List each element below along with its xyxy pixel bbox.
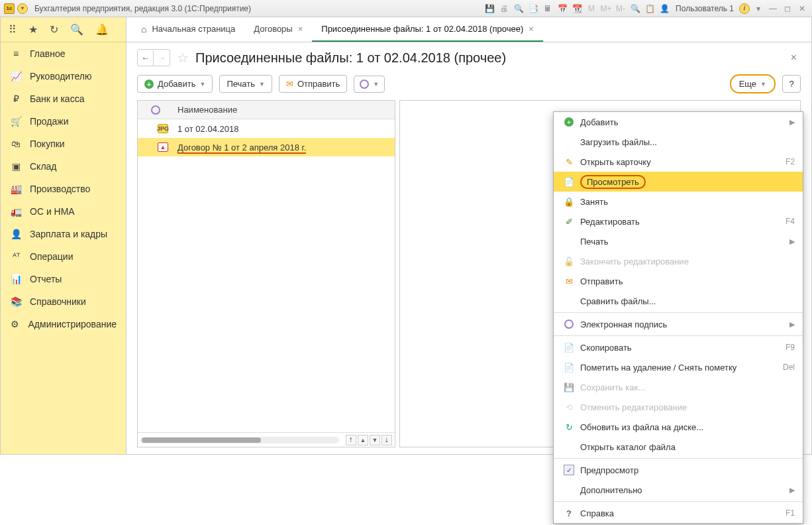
sidebar-item-6[interactable]: 🏭Производство <box>1 178 126 200</box>
tab-1[interactable]: Присоединенные файлы: 1 от 02.04.2018 (п… <box>312 17 543 42</box>
sidebar-label: Покупки <box>30 139 65 149</box>
search-icon[interactable]: 🔍 <box>70 23 83 36</box>
date-icon[interactable]: 📆 <box>571 3 583 15</box>
sidebar-item-0[interactable]: ≡Главное <box>1 42 126 65</box>
page-title: Присоединенные файлы: 1 от 02.04.2018 (п… <box>195 50 506 66</box>
menu-item-пометить-на-удаление-снять-пом[interactable]: 📄Пометить на удаление / Снять пометкуDel <box>554 357 803 377</box>
menu-icon: 📄 <box>562 343 576 353</box>
scroll-bottom-icon[interactable]: ⤓ <box>381 435 392 445</box>
calendar-icon[interactable]: 📅 <box>556 3 568 15</box>
help-button[interactable]: ? <box>782 75 801 93</box>
sidebar-label: Склад <box>30 161 57 172</box>
apps-icon[interactable]: ⠿ <box>9 23 17 36</box>
calc-icon[interactable]: 🖩 <box>542 3 554 15</box>
menu-item-открыть-карточку[interactable]: ✎Открыть карточкуF2 <box>554 152 803 172</box>
menu-icon <box>562 320 576 329</box>
scroll-top-icon[interactable]: ⤒ <box>346 435 356 445</box>
menu-item-занять[interactable]: 🔒Занять <box>554 192 803 211</box>
maximize-icon[interactable]: ◻ <box>782 3 793 15</box>
chevron-down-icon: ▼ <box>259 81 265 88</box>
forward-button[interactable]: → <box>154 50 170 66</box>
tab-close-icon[interactable]: × <box>529 24 534 34</box>
chevron-right-icon: ▶ <box>789 118 795 127</box>
print-icon[interactable]: 🖨 <box>498 3 510 15</box>
menu-label: Электронная подпись <box>576 320 789 329</box>
sidebar-item-11[interactable]: 📚Справочники <box>1 290 126 313</box>
preview-icon[interactable]: 🔍 <box>513 3 525 15</box>
menu-item-обновить-из-файла-на-диске-[interactable]: ↻Обновить из файла на диске... <box>554 417 803 437</box>
sidebar-label: ОС и НМА <box>30 206 75 217</box>
sidebar-item-8[interactable]: 👤Зарплата и кадры <box>1 223 126 245</box>
list-row[interactable]: JPG1 от 02.04.2018 <box>138 119 395 138</box>
history-icon[interactable]: ↻ <box>50 23 58 36</box>
scroll-down-icon[interactable]: ▼ <box>370 435 380 445</box>
scroll-up-icon[interactable]: ▲ <box>358 435 368 445</box>
close-icon[interactable]: ✕ <box>796 3 808 15</box>
column-name[interactable]: Наименование <box>174 105 395 115</box>
menu-item-открыть-каталог-файла[interactable]: Открыть каталог файла <box>554 437 803 457</box>
page-close-icon[interactable]: × <box>791 52 801 64</box>
menu-item-отправить[interactable]: ✉Отправить <box>554 271 803 291</box>
window-title: Бухгалтерия предприятия, редакция 3.0 (1… <box>30 4 481 13</box>
menu-label: Редактировать <box>576 217 786 227</box>
menu-label: Отменить редактирование <box>576 402 795 412</box>
menu-icon: ⟲ <box>562 402 576 412</box>
menu-item-предпросмотр[interactable]: ✓Предпросмотр <box>554 460 803 480</box>
back-button[interactable]: ← <box>138 50 154 66</box>
menu-label: Занять <box>576 197 795 207</box>
pdf-icon: ▲ <box>158 143 168 152</box>
star-icon[interactable]: ★ <box>28 23 38 36</box>
menu-label: Сравнить файлы... <box>576 296 795 306</box>
scrollbar[interactable] <box>140 437 339 443</box>
save-icon[interactable]: 💾 <box>483 3 495 15</box>
menu-item-электронная-подпись[interactable]: Электронная подпись▶ <box>554 314 803 334</box>
info-icon[interactable]: i <box>739 3 750 14</box>
menu-item-редактировать[interactable]: ✐РедактироватьF4 <box>554 211 803 231</box>
app-dropdown-icon[interactable]: ▼ <box>17 3 28 14</box>
menu-item-загрузить-файлы-[interactable]: Загрузить файлы... <box>554 132 803 152</box>
clipboard-icon[interactable]: 📋 <box>644 3 656 15</box>
favorite-icon[interactable]: ☆ <box>177 50 189 66</box>
compare-icon[interactable]: 📑 <box>527 3 539 15</box>
add-button[interactable]: + Добавить ▼ <box>137 75 213 93</box>
sidebar-item-3[interactable]: 🛒Продажи <box>1 110 126 133</box>
m-icon[interactable]: M <box>585 3 597 15</box>
sidebar-item-2[interactable]: ₽Банк и касса <box>1 88 126 110</box>
tab-0[interactable]: Договоры× <box>244 17 312 42</box>
m-plus-icon[interactable]: M+ <box>600 3 612 15</box>
menu-item-справка[interactable]: ?СправкаF1 <box>554 503 803 523</box>
sidebar-item-7[interactable]: 🚛ОС и НМА <box>1 200 126 223</box>
bell-icon[interactable]: 🔔 <box>95 23 109 36</box>
sidebar-label: Администрирование <box>28 319 117 329</box>
print-button[interactable]: Печать ▼ <box>219 75 272 93</box>
menu-item-печать[interactable]: Печать▶ <box>554 231 803 251</box>
menu-item-просмотреть[interactable]: 📄Просмотреть <box>554 172 803 192</box>
signature-button[interactable]: ▼ <box>354 76 385 93</box>
menu-label: Обновить из файла на диске... <box>576 422 795 432</box>
sidebar-item-12[interactable]: ⚙Администрирование <box>1 313 126 335</box>
plus-icon: + <box>144 80 154 89</box>
sidebar-item-10[interactable]: 📊Отчеты <box>1 268 126 290</box>
m-minus-icon[interactable]: M- <box>615 3 627 15</box>
menu-item-сравнить-файлы-[interactable]: Сравнить файлы... <box>554 291 803 311</box>
sidebar-item-5[interactable]: ▣Склад <box>1 155 126 178</box>
menu-icon: + <box>562 117 576 127</box>
tab-home[interactable]: ⌂ Начальная страница <box>132 17 244 42</box>
user-name[interactable]: Пользователь 1 <box>673 4 736 13</box>
menu-item-дополнительно[interactable]: Дополнительно▶ <box>554 480 803 500</box>
more-button[interactable]: Еще ▼ <box>730 74 776 93</box>
list-row[interactable]: ▲Договор № 1 от 2 апреля 2018 г. <box>138 138 395 156</box>
zoom-icon[interactable]: 🔍 <box>629 3 641 15</box>
send-button[interactable]: ✉ Отправить <box>279 75 347 93</box>
menu-item-добавить[interactable]: +Добавить▶ <box>554 112 803 132</box>
menu-item-скопировать[interactable]: 📄СкопироватьF9 <box>554 337 803 357</box>
dropdown-icon[interactable]: ▾ <box>752 3 764 15</box>
sidebar-item-9[interactable]: ᴬᵀОперации <box>1 245 126 268</box>
sidebar-top: ⠿ ★ ↻ 🔍 🔔 <box>1 17 126 42</box>
sidebar-label: Операции <box>30 251 74 262</box>
minimize-icon[interactable]: — <box>767 3 779 15</box>
menu-separator <box>554 501 803 502</box>
sidebar-item-1[interactable]: 📈Руководителю <box>1 65 126 88</box>
tab-close-icon[interactable]: × <box>298 24 303 34</box>
sidebar-item-4[interactable]: 🛍Покупки <box>1 133 126 155</box>
